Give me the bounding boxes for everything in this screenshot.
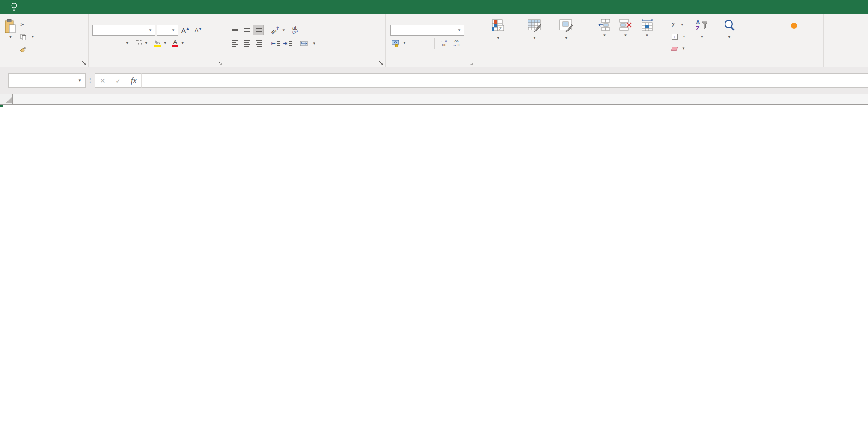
clear-button[interactable]: ▼ [670,43,687,54]
name-box[interactable]: ▼ [8,73,86,88]
name-box-dropdown[interactable]: ▼ [78,78,82,83]
conditional-formatting-icon: ≠ [491,19,505,33]
tell-me-box[interactable] [0,0,22,14]
font-color-button[interactable]: A [170,38,181,48]
delete-cells-dropdown[interactable]: ▼ [624,33,628,37]
conditional-formatting-button[interactable]: ≠ ▼ [480,18,516,56]
copy-button[interactable]: ▼ [19,31,36,42]
group-editing: Σ ▼ ↓ ▼ ▼ A Z [666,14,764,67]
svg-text:A: A [696,19,700,26]
svg-text:Z: Z [696,25,699,32]
insert-function-icon[interactable]: fx [131,77,137,85]
accounting-format-button[interactable] [390,38,401,48]
insert-cells-dropdown[interactable]: ▼ [603,33,606,37]
svg-text:≠: ≠ [499,25,502,31]
align-top-button[interactable] [229,25,240,35]
insert-cells-button[interactable]: ▼ [595,18,614,56]
formula-bar-splitter[interactable]: ⁞ [89,77,91,84]
percent-style-button[interactable] [408,38,419,48]
accounting-format-dropdown[interactable]: ▼ [403,41,406,45]
align-middle-button[interactable] [241,25,252,35]
font-name-combo[interactable]: ▼ [92,25,155,36]
addins-button[interactable] [789,18,799,56]
group-alignment: ab↗ ▼ abc↵ [224,14,386,67]
delete-cells-button[interactable]: ▼ [617,18,635,56]
fill-color-icon [154,40,161,44]
clipboard-dialog-launcher-icon[interactable] [82,60,87,65]
format-cells-button[interactable]: ▼ [638,18,656,56]
italic-button[interactable] [103,38,114,48]
comma-style-button[interactable] [420,38,431,48]
borders-button[interactable] [133,38,144,48]
paste-icon [4,19,17,34]
number-dialog-launcher-icon[interactable] [468,60,473,65]
format-as-table-button[interactable]: ▼ [518,18,551,56]
group-number: ▼ ▼ [386,14,475,67]
cut-icon: ✂ [20,21,25,28]
find-select-button[interactable]: ▼ [717,18,742,56]
align-center-button[interactable] [241,38,252,48]
font-color-dropdown[interactable]: ▼ [181,41,184,45]
addins-icon [791,23,797,29]
fill-color-dropdown[interactable]: ▼ [163,41,167,45]
group-styles: ≠ ▼ ▼ [475,14,585,67]
merge-center-dropdown[interactable]: ▼ [312,42,316,46]
format-painter-icon [20,46,27,52]
number-format-combo[interactable]: ▼ [390,25,464,36]
copy-icon [20,34,26,40]
insert-cells-icon [598,19,612,32]
shrink-font-button[interactable]: A▼ [193,25,204,35]
merge-center-button[interactable]: ▼ [298,38,317,49]
format-cells-dropdown[interactable]: ▼ [645,33,649,37]
cut-button[interactable]: ✂ [19,19,29,30]
format-painter-button[interactable] [19,43,30,54]
orientation-dropdown[interactable]: ▼ [282,28,285,32]
decrease-decimal-button[interactable]: .00→.0 [451,38,462,48]
format-cells-icon [640,19,654,32]
fill-button[interactable]: ↓ ▼ [670,31,687,42]
increase-indent-button[interactable]: ⇥ [282,38,293,48]
align-right-button[interactable] [253,38,264,48]
sheet-grid [0,94,868,421]
wrap-text-button[interactable]: abc↵ [291,24,302,36]
group-cells: ▼ ▼ [585,14,666,67]
enter-icon[interactable]: ✓ [115,77,121,84]
cell-styles-button[interactable]: ▼ [553,18,580,56]
ribbon: ▼ ✂ ▼ [0,14,868,67]
align-bottom-button[interactable] [253,25,264,35]
eraser-icon [671,47,678,51]
wrap-text-icon: abc↵ [292,26,298,34]
group-addins [764,14,824,67]
fill-handle[interactable] [0,105,3,108]
font-size-combo[interactable]: ▼ [157,25,178,36]
sort-filter-icon: A Z [695,19,709,32]
formula-input[interactable] [141,73,868,88]
borders-icon [135,40,142,47]
cancel-icon[interactable]: ✕ [100,77,106,84]
format-as-table-icon [527,19,542,33]
delete-cells-icon [619,19,633,32]
grow-font-button[interactable]: A▲ [180,25,191,35]
currency-icon [392,40,400,47]
fill-color-button[interactable] [152,38,163,48]
autosum-button[interactable]: Σ ▼ [670,19,685,30]
paste-dropdown[interactable]: ▼ [9,35,12,39]
bold-button[interactable] [92,38,103,48]
paste-button[interactable]: ▼ [2,18,19,56]
underline-button[interactable] [114,38,125,48]
sort-filter-button[interactable]: A Z ▼ [689,18,715,56]
underline-dropdown[interactable]: ▼ [125,41,129,45]
group-font: ▼ ▼ A▲ A▼ [89,14,224,67]
increase-decimal-button[interactable]: ←.0.00 [438,38,449,48]
cell-styles-icon [559,19,574,33]
align-left-button[interactable] [229,38,240,48]
decrease-indent-button[interactable]: ⇤ [270,38,281,48]
borders-dropdown[interactable]: ▼ [144,41,148,45]
merge-center-icon [300,41,308,46]
alignment-dialog-launcher-icon[interactable] [379,60,384,65]
font-dialog-launcher-icon[interactable] [217,60,222,65]
orientation-button[interactable]: ab↗ [270,25,281,35]
select-all-corner[interactable] [0,94,13,104]
autosum-icon: Σ [672,21,676,29]
find-select-icon [723,19,736,32]
